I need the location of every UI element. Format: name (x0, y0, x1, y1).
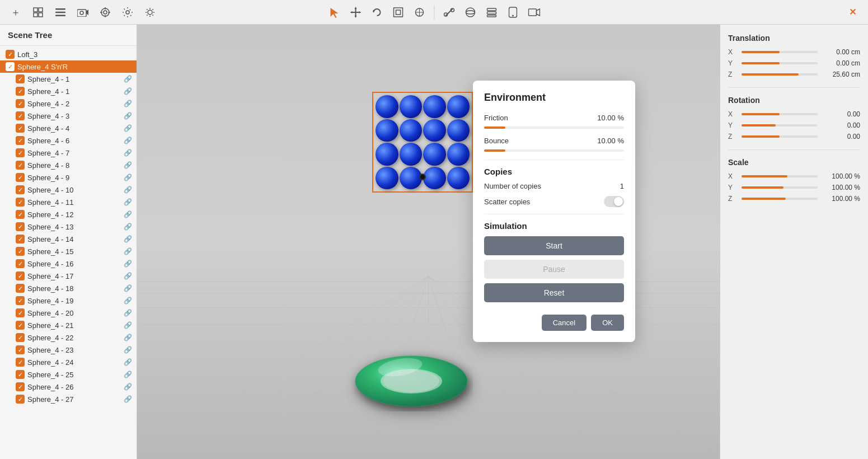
select-tool-button[interactable] (325, 3, 343, 21)
tree-item-sphere4-4[interactable]: ✓ Sphere_4 - 4 🔗 (0, 122, 137, 134)
simulation-pause-button[interactable]: Pause (484, 260, 624, 279)
close-button[interactable]: ✕ (843, 3, 861, 21)
checkbox-sphere4-24[interactable]: ✓ (16, 358, 25, 367)
snap-tool-button[interactable] (410, 3, 428, 21)
bounce-slider[interactable] (484, 149, 624, 152)
tree-item-sphere4-9[interactable]: ✓ Sphere_4 - 9 🔗 (0, 171, 137, 184)
sun-button[interactable] (141, 3, 159, 21)
tree-item-sphere4-16[interactable]: ✓ Sphere_4 - 16 🔗 (0, 257, 137, 270)
checkbox-sphere4snr[interactable]: ✓ (6, 62, 15, 71)
torus-object[interactable] (350, 334, 473, 414)
tree-item-sphere4-18[interactable]: ✓ Sphere_4 - 18 🔗 (0, 282, 137, 294)
checkbox-sphere4-13[interactable]: ✓ (16, 222, 25, 231)
rotate-tool-button[interactable] (368, 3, 386, 21)
cancel-button[interactable]: Cancel (542, 315, 587, 331)
grid-button[interactable] (29, 3, 47, 21)
settings-button[interactable] (119, 3, 137, 21)
rotation-x-slider[interactable] (742, 113, 818, 115)
checkbox-sphere4-2[interactable]: ✓ (16, 99, 25, 108)
tree-item-sphere4-13[interactable]: ✓ Sphere_4 - 13 🔗 (0, 221, 137, 233)
checkbox-sphere4-8[interactable]: ✓ (16, 161, 25, 170)
layers-tool-button[interactable] (482, 3, 500, 21)
checkbox-sphere4-19[interactable]: ✓ (16, 296, 25, 305)
tree-item-sphere4-8[interactable]: ✓ Sphere_4 - 8 🔗 (0, 159, 137, 171)
checkbox-sphere4-15[interactable]: ✓ (16, 247, 25, 256)
tree-item-sphere4-1b[interactable]: ✓ Sphere_4 - 1 🔗 (0, 85, 137, 97)
spheres-group[interactable] (372, 92, 473, 193)
scatter-toggle[interactable] (604, 196, 624, 207)
checkbox-sphere4-7[interactable]: ✓ (16, 148, 25, 157)
simulation-start-button[interactable]: Start (484, 236, 624, 255)
rotation-y-slider[interactable] (742, 124, 818, 127)
checkbox-sphere4-18[interactable]: ✓ (16, 284, 25, 293)
checkbox-sphere4-27[interactable]: ✓ (16, 395, 25, 404)
tree-item-sphere4-7[interactable]: ✓ Sphere_4 - 7 🔗 (0, 147, 137, 159)
tree-item-sphere4-6[interactable]: ✓ Sphere_4 - 6 🔗 (0, 134, 137, 147)
friction-slider[interactable] (484, 127, 624, 129)
scale-x-slider[interactable] (742, 175, 818, 177)
tree-item-sphere4-23[interactable]: ✓ Sphere_4 - 23 🔗 (0, 344, 137, 356)
scale-tool-button[interactable] (389, 3, 407, 21)
menu-button[interactable] (51, 3, 69, 21)
tree-item-sphere4-27[interactable]: ✓ Sphere_4 - 27 🔗 (0, 393, 137, 405)
checkbox-sphere4-4[interactable]: ✓ (16, 124, 25, 133)
tree-item-sphere4-19[interactable]: ✓ Sphere_4 - 19 🔗 (0, 294, 137, 307)
checkbox-sphere4-12[interactable]: ✓ (16, 210, 25, 219)
bounce-value: 10.00 % (590, 137, 624, 145)
checkbox-sphere4-20[interactable]: ✓ (16, 308, 25, 317)
target-button[interactable] (96, 3, 114, 21)
tree-item-sphere4-1a[interactable]: ✓ Sphere_4 - 1 🔗 (0, 73, 137, 85)
orbit-tool-button[interactable] (461, 3, 479, 21)
add-button[interactable]: ＋ (7, 3, 25, 21)
checkbox-sphere4-10[interactable]: ✓ (16, 185, 25, 194)
checkbox-sphere4-1a[interactable]: ✓ (16, 74, 25, 83)
tree-item-sphere4-10[interactable]: ✓ Sphere_4 - 10 🔗 (0, 184, 137, 196)
tree-item-sphere4-20[interactable]: ✓ Sphere_4 - 20 🔗 (0, 307, 137, 319)
phone-tool-button[interactable] (504, 3, 522, 21)
checkbox-sphere4-22[interactable]: ✓ (16, 333, 25, 342)
checkbox-sphere4-21[interactable]: ✓ (16, 321, 25, 330)
tree-item-sphere4-15[interactable]: ✓ Sphere_4 - 15 🔗 (0, 245, 137, 257)
checkbox-sphere4-11[interactable]: ✓ (16, 198, 25, 207)
sphere-obj (447, 167, 470, 190)
checkbox-sphere4-25[interactable]: ✓ (16, 370, 25, 379)
translation-z-slider[interactable] (742, 73, 818, 76)
checkbox-sphere4-16[interactable]: ✓ (16, 259, 25, 268)
scale-z-slider[interactable] (742, 198, 818, 200)
move-tool-button[interactable] (346, 3, 364, 21)
tree-item-sphere4-26[interactable]: ✓ Sphere_4 - 26 🔗 (0, 381, 137, 393)
tree-item-sphere4snr[interactable]: ✓ Sphere_4 S'n'R (0, 60, 137, 73)
tree-item-sphere4-22[interactable]: ✓ Sphere_4 - 22 🔗 (0, 331, 137, 344)
tree-item-loft3[interactable]: ✓ Loft_3 (0, 48, 137, 60)
copies-section-title: Copies (484, 167, 624, 176)
tree-item-sphere4-12[interactable]: ✓ Sphere_4 - 12 🔗 (0, 208, 137, 221)
checkbox-sphere4-1b[interactable]: ✓ (16, 87, 25, 96)
camera-button[interactable] (74, 3, 92, 21)
scale-y-slider[interactable] (742, 186, 818, 189)
link-icon-27: 🔗 (124, 395, 132, 403)
checkbox-sphere4-6[interactable]: ✓ (16, 136, 25, 145)
tree-item-sphere4-2[interactable]: ✓ Sphere_4 - 2 🔗 (0, 97, 137, 110)
film-tool-button[interactable] (525, 3, 543, 21)
checkbox-sphere4-23[interactable]: ✓ (16, 345, 25, 354)
tree-item-sphere4-21[interactable]: ✓ Sphere_4 - 21 🔗 (0, 319, 137, 331)
rotation-z-slider[interactable] (742, 135, 818, 138)
physics-tool-button[interactable] (440, 3, 458, 21)
checkbox-sphere4-26[interactable]: ✓ (16, 382, 25, 391)
translation-x-slider[interactable] (742, 51, 818, 53)
tree-item-sphere4-14[interactable]: ✓ Sphere_4 - 14 🔗 (0, 233, 137, 245)
tree-item-sphere4-17[interactable]: ✓ Sphere_4 - 17 🔗 (0, 270, 137, 282)
tree-item-sphere4-24[interactable]: ✓ Sphere_4 - 24 🔗 (0, 356, 137, 368)
viewport[interactable]: Environment Friction 10.00 % Bounce 10.0… (137, 25, 720, 459)
ok-button[interactable]: OK (591, 315, 624, 331)
checkbox-loft3[interactable]: ✓ (6, 50, 15, 59)
tree-item-sphere4-3[interactable]: ✓ Sphere_4 - 3 🔗 (0, 110, 137, 122)
checkbox-sphere4-9[interactable]: ✓ (16, 173, 25, 182)
tree-item-sphere4-25[interactable]: ✓ Sphere_4 - 25 🔗 (0, 368, 137, 381)
checkbox-sphere4-17[interactable]: ✓ (16, 271, 25, 280)
checkbox-sphere4-14[interactable]: ✓ (16, 235, 25, 243)
tree-item-sphere4-11[interactable]: ✓ Sphere_4 - 11 🔗 (0, 196, 137, 208)
simulation-reset-button[interactable]: Reset (484, 283, 624, 302)
checkbox-sphere4-3[interactable]: ✓ (16, 111, 25, 120)
translation-y-slider[interactable] (742, 62, 818, 64)
